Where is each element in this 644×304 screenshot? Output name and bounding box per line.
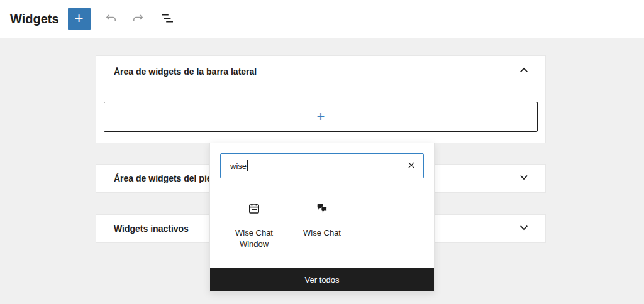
plus-icon: +: [317, 110, 325, 124]
editor-top-bar: Widgets +: [0, 0, 644, 38]
view-all-label: Ver todos: [305, 275, 340, 285]
text-caret: [247, 160, 248, 171]
block-result-wise-chat-window[interactable]: Wise Chat Window: [220, 197, 288, 249]
redo-button[interactable]: [127, 8, 150, 30]
block-inserter-popover: Wise Chat Window Wise Chat Ver todos: [209, 143, 435, 292]
chevron-down-icon: [516, 220, 531, 237]
widget-area-sidebar-panel: Área de widgets de la barra lateral +: [96, 55, 546, 143]
chevron-up-icon: [516, 63, 531, 80]
block-result-wise-chat[interactable]: Wise Chat: [288, 197, 356, 249]
undo-arrow-icon: [103, 11, 118, 28]
view-all-button[interactable]: Ver todos: [210, 268, 434, 291]
list-view-button[interactable]: [156, 8, 179, 30]
block-result-label: Wise Chat: [303, 227, 341, 239]
chat-window-icon: [247, 201, 262, 216]
clear-search-button[interactable]: [402, 158, 420, 174]
widget-area-title: Widgets inactivos: [114, 224, 189, 234]
block-search-wrap: [220, 153, 424, 178]
plus-icon: +: [75, 9, 84, 27]
block-search-results: Wise Chat Window Wise Chat: [220, 197, 424, 249]
add-block-button[interactable]: +: [68, 8, 91, 30]
page-title: Widgets: [10, 12, 59, 26]
list-view-icon: [160, 11, 175, 28]
block-inserter-toggle[interactable]: +: [104, 102, 538, 132]
block-search-input[interactable]: [220, 153, 424, 178]
close-icon: [405, 159, 418, 173]
widget-area-title: Área de widgets de la barra lateral: [114, 67, 257, 77]
widget-area-sidebar-header[interactable]: Área de widgets de la barra lateral: [96, 56, 545, 87]
chat-bubbles-icon: [314, 201, 330, 216]
chevron-down-icon: [516, 170, 531, 187]
undo-button[interactable]: [99, 8, 122, 30]
block-result-label: Wise Chat Window: [220, 227, 288, 249]
redo-arrow-icon: [131, 11, 146, 28]
